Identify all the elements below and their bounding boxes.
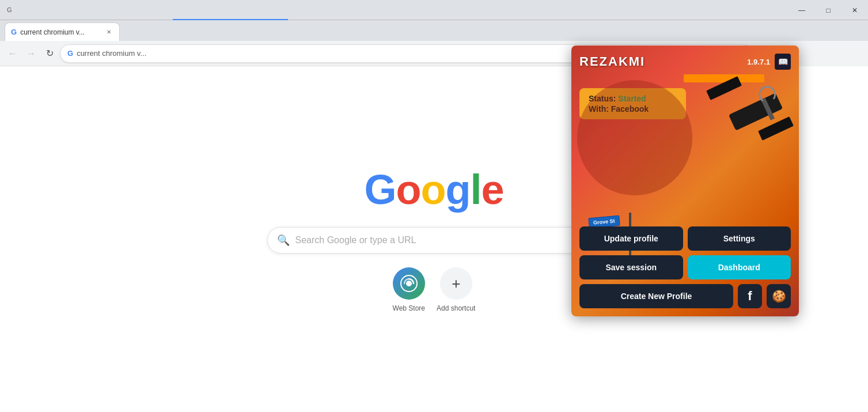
extension-popup: Grove St Glen Park REZAKMI 1.9.7.1 📖 <box>571 46 799 316</box>
popup-logo: REZAKMI <box>579 54 645 69</box>
active-tab[interactable]: G current chromium v... ✕ <box>5 22 120 41</box>
popup-header-right: 1.9.7.1 📖 <box>747 54 791 70</box>
facebook-icon: f <box>748 289 752 304</box>
close-button[interactable]: ✕ <box>842 0 868 20</box>
update-profile-button[interactable]: Update profile <box>579 226 683 251</box>
facebook-icon-button[interactable]: f <box>738 284 762 308</box>
popup-background: Grove St Glen Park REZAKMI 1.9.7.1 📖 <box>571 46 799 316</box>
save-session-button[interactable]: Save session <box>579 255 683 279</box>
popup-buttons-area: Update profile Settings Save session Das… <box>571 226 799 316</box>
logo-g2: g <box>445 167 470 213</box>
logo-e: e <box>481 167 503 213</box>
maximize-button[interactable]: □ <box>815 0 842 20</box>
google-logo: Google <box>364 166 503 213</box>
webstore-shortcut[interactable]: Web Store <box>393 267 425 312</box>
webstore-label: Web Store <box>393 304 425 312</box>
search-bar[interactable]: 🔍 Search Google or type a URL 🎤 <box>267 227 601 254</box>
reload-button[interactable]: ↻ <box>41 46 58 62</box>
back-button[interactable]: ← <box>5 46 21 62</box>
popup-book-icon[interactable]: 📖 <box>775 54 791 70</box>
window-controls: — □ ✕ <box>789 0 868 20</box>
tab-bar: G current chromium v... ✕ <box>0 20 868 41</box>
create-new-profile-button[interactable]: Create New Profile <box>579 284 733 308</box>
progress-bar <box>684 74 764 82</box>
popup-buttons-row3: Create New Profile f 🍪 <box>579 284 791 308</box>
logo-l: l <box>470 167 481 213</box>
dashboard-button[interactable]: Dashboard <box>688 255 791 279</box>
forward-button[interactable]: → <box>23 46 39 62</box>
app-name: G <box>0 6 81 13</box>
add-shortcut-icon: + <box>440 267 472 300</box>
main-content: Google 🔍 Search Google or type a URL 🎤 W… <box>0 66 868 412</box>
logo-g: G <box>364 167 396 213</box>
satellite-panel-right <box>758 116 794 141</box>
add-shortcut[interactable]: + Add shortcut <box>437 267 475 312</box>
cookie-icon-button[interactable]: 🍪 <box>767 284 791 308</box>
loading-progress <box>173 19 288 20</box>
address-text: current chromium v... <box>77 49 146 58</box>
search-placeholder-text: Search Google or type a URL <box>295 235 573 245</box>
popup-buttons-row2: Save session Dashboard <box>579 255 791 279</box>
site-favicon: G <box>67 49 73 58</box>
search-icon: 🔍 <box>277 234 290 247</box>
progress-bar-area <box>571 70 799 82</box>
tab-title: current chromium v... <box>20 28 101 36</box>
titlebar: G — □ ✕ <box>0 0 868 20</box>
popup-buttons-row1: Update profile Settings <box>579 226 791 251</box>
minimize-button[interactable]: — <box>789 0 815 20</box>
svg-point-1 <box>406 281 412 286</box>
popup-version: 1.9.7.1 <box>747 58 770 66</box>
logo-o1: o <box>396 167 421 213</box>
popup-header-row: REZAKMI 1.9.7.1 📖 <box>571 46 799 70</box>
settings-button[interactable]: Settings <box>688 226 791 251</box>
webstore-icon <box>393 267 425 300</box>
logo-o2: o <box>420 167 445 213</box>
tab-close-icon[interactable]: ✕ <box>104 28 113 37</box>
add-shortcut-label: Add shortcut <box>437 304 475 312</box>
cookie-icon: 🍪 <box>772 289 786 303</box>
shortcuts-row: Web Store + Add shortcut <box>393 267 476 312</box>
bg-decoration <box>577 80 692 195</box>
tab-favicon: G <box>11 28 17 36</box>
